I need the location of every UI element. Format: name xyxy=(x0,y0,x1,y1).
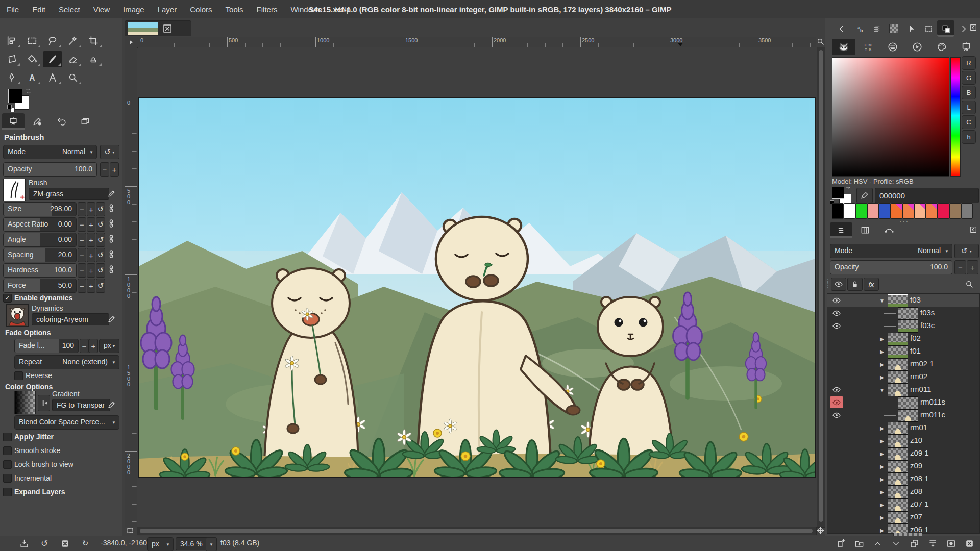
spacing-increase-button[interactable]: + xyxy=(87,248,95,262)
incremental-checkbox[interactable] xyxy=(3,474,12,483)
image-tab[interactable] xyxy=(125,20,191,36)
angle-increase-button[interactable]: + xyxy=(87,233,95,247)
dock-collapse-icon[interactable] xyxy=(969,226,977,234)
dock-tab-fonts[interactable]: ab xyxy=(850,20,868,37)
layer-visibility-toggle[interactable] xyxy=(830,498,843,510)
size-slider[interactable]: Size 298.00 xyxy=(3,202,77,216)
canvas[interactable] xyxy=(139,98,815,477)
hardness-decrease-button[interactable]: − xyxy=(78,263,86,278)
panel-resize-handle[interactable]: ⋮⋮ xyxy=(824,280,831,287)
angle-decrease-button[interactable]: − xyxy=(78,233,86,247)
vertical-scrollbar-thumb[interactable] xyxy=(819,50,823,522)
layer-thumbnail[interactable] xyxy=(898,320,918,333)
layer-expander[interactable]: ▶ xyxy=(878,526,886,534)
dock-tab-layer-stack[interactable] xyxy=(868,20,885,37)
layer-opacity-decrease[interactable]: − xyxy=(954,260,966,274)
layer-search-icon[interactable] xyxy=(965,280,974,289)
layer-expander[interactable]: ▶ xyxy=(878,347,886,356)
dynamics-name-field[interactable]: coloring-Aryeom xyxy=(32,313,109,325)
layer-expander[interactable]: ▶ xyxy=(878,513,886,521)
layer-lock-header-button[interactable] xyxy=(847,278,863,291)
hardness-reset-button[interactable]: ↺ xyxy=(96,263,105,278)
layer-visibility-toggle[interactable] xyxy=(830,524,843,534)
layer-expander[interactable]: ▶ xyxy=(878,462,886,470)
layer-thumbnail[interactable] xyxy=(898,396,918,409)
size-reset-button[interactable]: ↺ xyxy=(96,202,105,216)
dock-tab-pointer[interactable] xyxy=(902,20,920,37)
aspect-ratio-decrease-button[interactable]: − xyxy=(78,217,86,232)
revert-button[interactable]: ↺ xyxy=(36,537,53,550)
layer-thumbnail[interactable] xyxy=(888,422,908,435)
color-tab-watercolor[interactable] xyxy=(881,39,904,55)
expand-layers-checkbox[interactable] xyxy=(3,488,12,496)
layer-expander[interactable]: ▶ xyxy=(878,437,886,445)
layer-row-z06_1[interactable]: ▶z06 1 xyxy=(827,523,979,534)
zoom-dropdown-button[interactable]: ▼ xyxy=(206,537,217,551)
layer-thumbnail[interactable] xyxy=(888,371,908,384)
layer-expander[interactable]: ▶ xyxy=(878,500,886,509)
color-tab-easel[interactable] xyxy=(954,39,978,55)
tool-clone[interactable] xyxy=(84,51,103,67)
size-decrease-button[interactable]: − xyxy=(78,202,86,216)
brush-name-field[interactable]: ZM-grass xyxy=(29,188,109,200)
layer-thumbnail[interactable] xyxy=(888,486,908,498)
layer-visibility-toggle[interactable] xyxy=(830,422,843,434)
menu-tools[interactable]: Tools xyxy=(219,5,250,14)
layer-thumbnail[interactable] xyxy=(888,384,908,396)
default-colors-icon[interactable] xyxy=(7,105,14,111)
delete-button[interactable] xyxy=(961,537,978,550)
fade-length-slider[interactable]: Fade l... 100 xyxy=(14,339,79,353)
smooth-stroke-checkbox[interactable] xyxy=(3,446,12,455)
layer-row-z09[interactable]: ▶z09 xyxy=(827,460,979,472)
gradient-edit-icon[interactable] xyxy=(107,400,116,409)
force-increase-button[interactable]: + xyxy=(87,279,95,293)
horizontal-scrollbar-thumb[interactable] xyxy=(140,529,813,533)
blend-color-space-dropdown[interactable]: Blend Color Space Perce... ▼ xyxy=(14,415,119,430)
layer-thumbnail[interactable] xyxy=(888,511,908,524)
spacing-reset-button[interactable]: ↺ xyxy=(96,248,105,262)
swap-colors-icon[interactable] xyxy=(24,88,32,94)
quick-mask-toggle[interactable] xyxy=(126,527,135,534)
tool-eraser[interactable] xyxy=(63,51,83,67)
hardness-increase-button[interactable]: + xyxy=(87,263,95,278)
fg-color-swatch[interactable] xyxy=(8,89,22,103)
layer-row-f03c[interactable]: f03c xyxy=(827,319,979,332)
tool-fuzzy-select[interactable] xyxy=(63,33,83,49)
saturation-value-square[interactable] xyxy=(832,57,949,177)
hardness-slider[interactable]: Hardness 100.0 xyxy=(3,263,77,278)
layer-visibility-toggle[interactable] xyxy=(830,358,843,370)
opacity-slider[interactable]: Opacity 100.0 xyxy=(3,162,97,177)
mini-fg-swatch[interactable] xyxy=(832,187,844,199)
new-layer-button[interactable] xyxy=(832,537,849,550)
layer-visibility-toggle[interactable] xyxy=(830,333,843,344)
layer-thumbnail[interactable] xyxy=(888,435,908,447)
reset-button[interactable]: ↻ xyxy=(77,537,94,550)
force-decrease-button[interactable]: − xyxy=(78,279,86,293)
menu-layer[interactable]: Layer xyxy=(151,5,184,14)
dynamics-preview[interactable] xyxy=(6,304,29,327)
vertical-ruler[interactable]: 0500100015002000 xyxy=(125,47,137,527)
force-slider[interactable]: Force 50.0 xyxy=(3,279,77,293)
ruler-corner-menu[interactable] xyxy=(125,37,138,48)
tool-align[interactable] xyxy=(2,33,21,49)
channel-button-h[interactable]: h xyxy=(962,130,976,144)
new-group-button[interactable] xyxy=(850,537,868,550)
unit-dropdown[interactable]: px ▼ xyxy=(147,537,174,551)
gradient-name-field[interactable]: FG to Transpar xyxy=(52,399,110,411)
layer-mode-switch-button[interactable]: ↺▼ xyxy=(954,244,979,258)
fade-unit-dropdown[interactable]: px ▼ xyxy=(99,339,119,353)
save-button[interactable] xyxy=(15,537,33,550)
dock-collapse-icon[interactable] xyxy=(969,23,977,32)
layer-visibility-toggle[interactable] xyxy=(830,396,843,408)
gradient-preview[interactable] xyxy=(14,391,36,414)
spacing-link-button[interactable] xyxy=(106,249,116,261)
layer-expander[interactable]: ▶ xyxy=(878,449,886,458)
horizontal-scrollbar[interactable] xyxy=(137,527,817,535)
color-tab-cmyk[interactable]: CMYK xyxy=(856,39,880,55)
reverse-checkbox[interactable] xyxy=(14,371,23,380)
swatch-11[interactable] xyxy=(961,203,973,219)
hex-color-field[interactable]: 000000 xyxy=(875,188,979,203)
angle-reset-button[interactable]: ↺ xyxy=(96,233,105,247)
layer-thumbnail[interactable] xyxy=(888,358,908,371)
opacity-decrease-button[interactable]: − xyxy=(100,162,109,177)
